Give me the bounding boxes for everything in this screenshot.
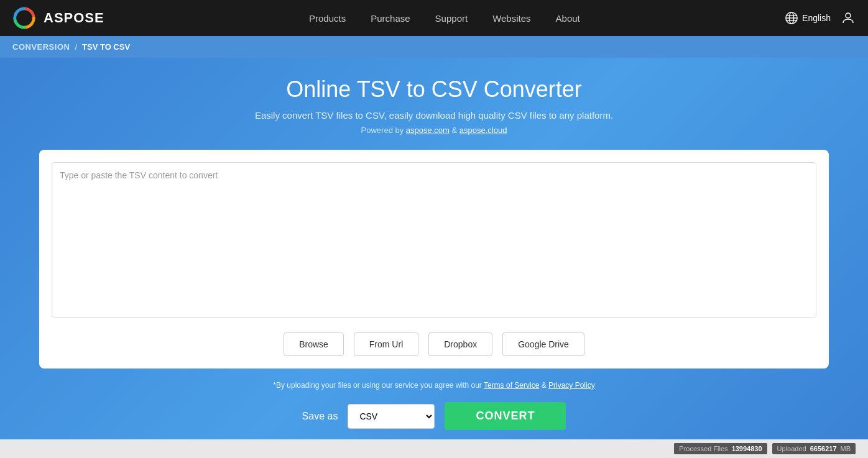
nav-websites[interactable]: Websites [492,13,530,24]
processed-value: 13994830 [732,445,762,452]
aspose-com-link[interactable]: aspose.com [406,126,450,135]
terms-ampersand: & [539,381,548,390]
processed-label: Processed Files [679,445,727,452]
from-url-button[interactable]: From Url [354,332,418,356]
breadcrumb: CONVERSION / TSV TO CSV [0,36,868,58]
dropbox-button[interactable]: Dropbox [428,332,492,356]
save-as-row: Save as CSV CONVERT [12,402,856,430]
svg-point-0 [13,7,35,29]
logo-text: ASPOSE [44,10,104,26]
aspose-cloud-link[interactable]: aspose.cloud [459,126,507,135]
uploaded-stat: Uploaded 6656217 MB [772,443,856,454]
convert-button[interactable]: CONVERT [445,402,566,430]
uploaded-label: Uploaded [777,445,806,452]
nav-support[interactable]: Support [435,13,468,24]
logo-area: ASPOSE [12,6,104,30]
processed-files-stat: Processed Files 13994830 [674,443,767,454]
globe-icon [785,11,798,25]
nav-about[interactable]: About [556,13,580,24]
nav-products[interactable]: Products [309,13,346,24]
powered-by-ampersand: & [450,126,459,135]
format-select[interactable]: CSV [348,404,435,429]
header-right: English [785,11,856,25]
page-subtitle: Easily convert TSV files to CSV, easily … [12,110,856,121]
terms-prefix: *By uploading your files or using our se… [273,381,484,390]
browse-button[interactable]: Browse [284,332,344,356]
breadcrumb-conversion[interactable]: CONVERSION [12,42,70,52]
language-selector[interactable]: English [785,11,831,25]
header: ASPOSE Products Purchase Support Website… [0,0,868,36]
main-nav: Products Purchase Support Websites About [104,13,785,24]
powered-by: Powered by aspose.com & aspose.cloud [12,126,856,135]
terms-of-service-link[interactable]: Terms of Service [484,381,539,390]
terms-text: *By uploading your files or using our se… [12,381,856,390]
uploaded-value: 6656217 [810,445,837,452]
main-content: Online TSV to CSV Converter Easily conve… [0,58,868,456]
user-icon[interactable] [841,11,856,25]
uploaded-unit: MB [841,445,851,452]
aspose-logo-icon [12,6,36,30]
svg-point-6 [846,13,851,18]
privacy-policy-link[interactable]: Privacy Policy [548,381,595,390]
page-title: Online TSV to CSV Converter [12,76,856,103]
upload-box: Browse From Url Dropbox Google Drive [39,150,829,369]
nav-purchase[interactable]: Purchase [371,13,410,24]
google-drive-button[interactable]: Google Drive [502,332,584,356]
save-as-label: Save as [302,411,338,422]
upload-buttons: Browse From Url Dropbox Google Drive [52,332,816,356]
footer-stats: Processed Files 13994830 Uploaded 665621… [0,439,868,458]
breadcrumb-separator: / [75,42,77,52]
powered-by-prefix: Powered by [361,126,406,135]
language-label: English [802,13,831,23]
breadcrumb-current: TSV TO CSV [82,42,130,52]
tsv-input[interactable] [52,162,816,318]
